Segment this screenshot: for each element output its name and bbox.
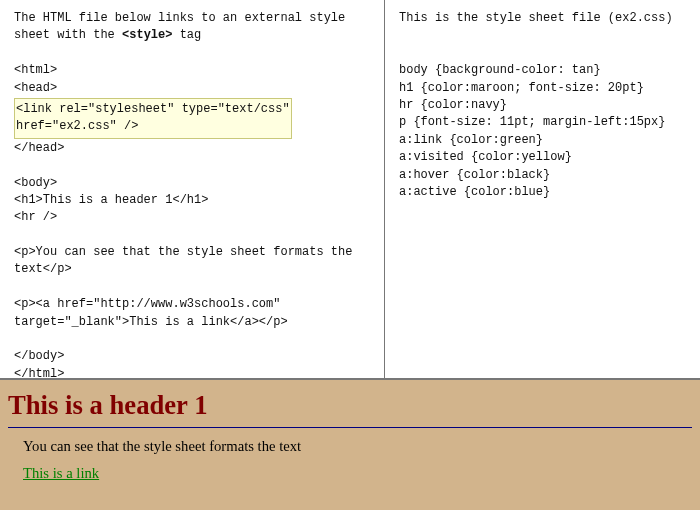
css-line: a:hover {color:black} [399,167,686,184]
css-line: h1 {color:maroon; font-size: 20pt} [399,80,686,97]
preview-hr [8,427,692,428]
rendered-preview: This is a header 1 You can see that the … [0,380,700,510]
css-line: a:visited {color:yellow} [399,149,686,166]
preview-link-paragraph: This is a link [23,465,692,482]
html-intro: The HTML file below links to an external… [14,10,370,45]
css-line: p {font-size: 11pt; margin-left:15px} [399,114,686,131]
css-line: body {background-color: tan} [399,62,686,79]
code-line: <h1>This is a header 1</h1> [14,192,370,209]
css-line: a:link {color:green} [399,132,686,149]
intro-bold: <style> [122,28,172,42]
code-line: <html> [14,62,370,79]
code-line: </head> [14,140,370,157]
code-line: <p><a href="http://www.w3schools.com" ta… [14,296,370,331]
css-line: a:active {color:blue} [399,184,686,201]
code-columns: The HTML file below links to an external… [0,0,700,380]
code-line: href="ex2.css" /> [16,118,290,135]
preview-heading: This is a header 1 [8,390,692,421]
css-source-column: This is the style sheet file (ex2.css) b… [385,0,700,378]
code-line: </html> [14,366,370,383]
code-line: <link rel="stylesheet" type="text/css" [16,101,290,118]
preview-link[interactable]: This is a link [23,465,99,481]
html-source-column: The HTML file below links to an external… [0,0,385,378]
css-intro: This is the style sheet file (ex2.css) [399,10,686,27]
intro-post: tag [172,28,201,42]
code-line: </body> [14,348,370,365]
highlighted-link-tag: <link rel="stylesheet" type="text/css" h… [14,98,292,139]
preview-paragraph: You can see that the style sheet formats… [23,438,692,455]
css-line: hr {color:navy} [399,97,686,114]
code-line: <body> [14,175,370,192]
code-line: <p>You can see that the style sheet form… [14,244,370,279]
code-line: <hr /> [14,209,370,226]
code-line: <head> [14,80,370,97]
